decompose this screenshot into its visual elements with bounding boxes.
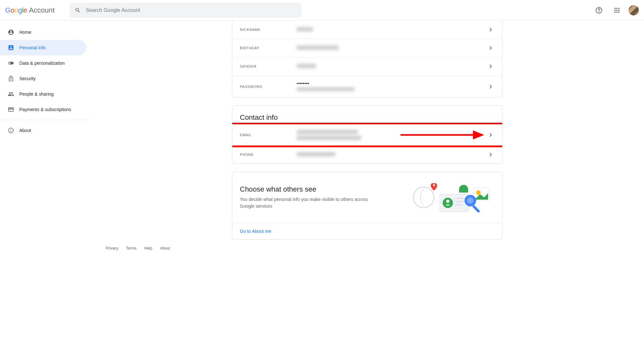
footer-privacy[interactable]: Privacy <box>106 246 118 251</box>
chevron-right-icon <box>487 26 495 33</box>
footer-help[interactable]: Help <box>144 246 152 251</box>
sidebar-item-label: About <box>19 128 31 133</box>
choose-title: Choose what others see <box>240 185 403 194</box>
about-me-link[interactable]: Go to About me <box>240 229 271 234</box>
row-label: EMAIL <box>240 133 297 137</box>
choose-illustration <box>411 180 495 215</box>
row-label: PASSWORD <box>240 85 297 89</box>
lock-icon <box>8 75 14 82</box>
apps-icon <box>613 6 621 14</box>
sidebar-item-home[interactable]: Home <box>0 24 86 40</box>
sidebar-item-label: Home <box>19 30 31 35</box>
search-icon <box>75 7 81 14</box>
row-gender[interactable]: GENDER <box>232 57 502 75</box>
row-label: NICKNAME <box>240 28 297 32</box>
row-label: GENDER <box>240 64 297 68</box>
row-label: PHONE <box>240 153 297 156</box>
header: Google Account <box>0 0 644 21</box>
svg-point-11 <box>476 190 481 195</box>
sidebar-item-data-personalization[interactable]: Data & personalization <box>0 55 86 71</box>
row-value: •••••••• <box>297 81 487 92</box>
payment-icon <box>8 106 14 113</box>
people-icon <box>8 91 14 97</box>
footer: Privacy Terms Help About <box>98 240 636 257</box>
svg-point-2 <box>413 187 434 208</box>
about-me-link-row[interactable]: Go to About me <box>232 223 502 239</box>
footer-about[interactable]: About <box>160 246 170 251</box>
svg-point-13 <box>467 197 474 204</box>
main-content: NICKNAME BIRTHDAY GENDER PASSWORD <box>90 21 644 360</box>
home-icon <box>8 29 14 35</box>
row-value <box>297 45 487 51</box>
toggle-icon <box>8 60 14 66</box>
chevron-right-icon <box>487 62 495 70</box>
password-dots: •••••••• <box>297 81 487 86</box>
contact-info-card: Contact info EMAIL PHONE <box>232 105 503 164</box>
choose-card: Choose what others see You decide what p… <box>232 172 503 240</box>
row-phone[interactable]: PHONE <box>232 145 502 164</box>
sidebar-item-label: People & sharing <box>19 91 54 97</box>
sidebar-item-label: Security <box>19 76 36 81</box>
basic-info-card: NICKNAME BIRTHDAY GENDER PASSWORD <box>232 21 503 98</box>
sidebar-item-personal-info[interactable]: Personal info <box>0 40 86 55</box>
chevron-right-icon <box>487 131 495 139</box>
row-value <box>297 152 487 157</box>
svg-point-3 <box>433 184 435 186</box>
row-password[interactable]: PASSWORD •••••••• <box>232 75 502 97</box>
footer-terms[interactable]: Terms <box>126 246 137 251</box>
sidebar-item-payments[interactable]: Payments & subscriptions <box>0 102 86 117</box>
profile-avatar[interactable] <box>629 5 639 15</box>
choose-description: You decide what personal info you make v… <box>240 196 375 210</box>
sidebar-item-label: Data & personalization <box>19 61 65 66</box>
chevron-right-icon <box>487 83 495 90</box>
help-button[interactable] <box>592 4 605 17</box>
row-label: BIRTHDAY <box>240 46 297 50</box>
sidebar-item-about[interactable]: About <box>0 123 86 138</box>
google-logo: Google <box>5 6 27 14</box>
row-value <box>297 130 487 140</box>
sidebar-divider <box>0 120 90 120</box>
svg-point-6 <box>446 200 449 203</box>
apps-button[interactable] <box>610 4 623 17</box>
sidebar-item-security[interactable]: Security <box>0 71 86 86</box>
help-icon <box>595 6 603 14</box>
search-input[interactable] <box>86 7 296 13</box>
chevron-right-icon <box>487 44 495 52</box>
sidebar-item-people-sharing[interactable]: People & sharing <box>0 86 86 102</box>
chevron-right-icon <box>487 151 495 158</box>
account-label: Account <box>29 6 55 14</box>
row-email[interactable]: EMAIL <box>232 124 502 145</box>
row-nickname[interactable]: NICKNAME <box>232 21 502 39</box>
sidebar-item-label: Personal info <box>19 45 46 50</box>
sidebar: Home Personal info Data & personalizatio… <box>0 21 90 360</box>
google-account-logo[interactable]: Google Account <box>5 6 55 14</box>
row-value <box>297 27 487 33</box>
svg-rect-14 <box>472 205 480 213</box>
id-card-icon <box>8 44 14 51</box>
search-bar[interactable] <box>70 3 302 18</box>
info-icon <box>8 127 14 134</box>
contact-info-title: Contact info <box>232 106 502 124</box>
row-birthday[interactable]: BIRTHDAY <box>232 39 502 57</box>
sidebar-item-label: Payments & subscriptions <box>19 107 71 112</box>
row-value <box>297 64 487 69</box>
